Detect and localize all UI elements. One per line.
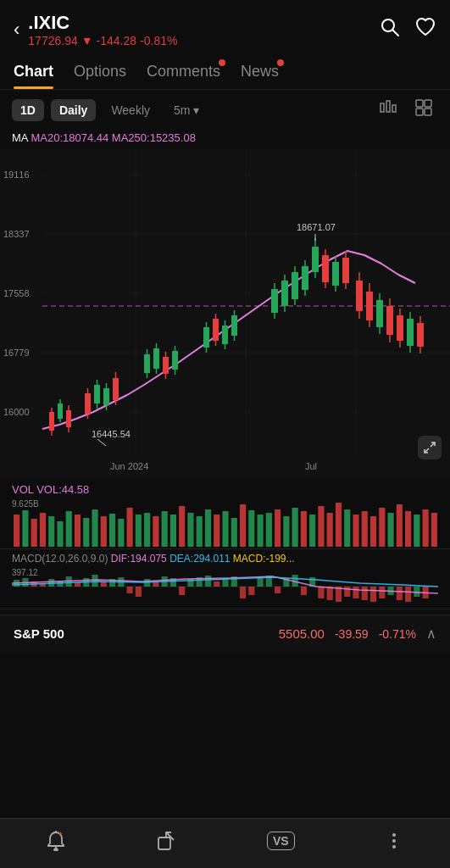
svg-rect-141 [187, 513, 193, 547]
svg-rect-45 [163, 357, 169, 374]
svg-rect-8 [425, 108, 431, 115]
svg-rect-199 [257, 577, 263, 587]
svg-rect-4 [392, 105, 396, 112]
svg-rect-137 [153, 516, 158, 547]
tab-news[interactable]: News [241, 56, 279, 89]
macd-val: MACD:-199... [233, 553, 295, 565]
header-left: ‹ .IXIC 17726.94 ▼ -144.28 -0.81% [14, 12, 177, 47]
ma-label: MA [12, 131, 28, 144]
svg-rect-33 [103, 388, 109, 405]
ma-line: MA MA20:18074.44 MA250:15235.08 [0, 130, 450, 149]
svg-rect-48 [172, 351, 178, 370]
svg-text:16779: 16779 [3, 348, 30, 358]
svg-rect-164 [387, 513, 393, 547]
tab-comments[interactable]: Comments [147, 56, 220, 89]
svg-rect-126 [57, 521, 63, 547]
svg-text:18671.07: 18671.07 [297, 222, 336, 232]
comments-dot [219, 59, 225, 66]
macd-chart: 397.12 [12, 566, 438, 609]
svg-rect-39 [144, 354, 150, 373]
chart-type-icon-2[interactable] [409, 98, 438, 121]
ticker-change: -144.28 [97, 34, 136, 47]
ticker-pct: -0.81% [140, 34, 177, 47]
svg-rect-99 [397, 315, 403, 341]
time-btn-5m[interactable]: 5m ▾ [165, 99, 208, 121]
svg-rect-69 [292, 272, 298, 299]
svg-rect-60 [231, 315, 237, 336]
sp500-bar[interactable]: S&P 500 5505.00 -39.59 -0.71% ∧ [0, 615, 450, 652]
svg-rect-206 [318, 587, 324, 598]
svg-rect-169 [431, 513, 437, 547]
svg-rect-127 [66, 511, 72, 547]
svg-rect-162 [370, 516, 376, 547]
svg-rect-159 [344, 509, 350, 547]
svg-rect-193 [205, 576, 211, 587]
svg-rect-81 [332, 262, 339, 286]
time-controls: 1D Daily Weekly 5m ▾ [0, 90, 450, 130]
nav-share[interactable] [155, 829, 179, 853]
svg-rect-121 [14, 515, 19, 547]
svg-rect-6 [425, 100, 431, 107]
svg-rect-223 [158, 837, 170, 849]
chart-type-icon-1[interactable] [374, 98, 403, 121]
svg-rect-146 [231, 518, 237, 547]
ticker-symbol: .IXIC [28, 12, 177, 34]
nav-alerts[interactable]: + [44, 829, 68, 853]
svg-rect-153 [292, 508, 298, 547]
time-btn-1d[interactable]: 1D [12, 99, 44, 121]
svg-rect-149 [257, 515, 263, 547]
vol-svg [12, 498, 438, 547]
ticker-info: .IXIC 17726.94 ▼ -144.28 -0.81% [28, 12, 177, 47]
vol-y-label: 9.625B [12, 499, 39, 509]
svg-point-225 [392, 833, 396, 837]
sp500-change: -39.59 [335, 627, 369, 641]
svg-rect-138 [162, 511, 168, 547]
nav-vs[interactable]: VS [267, 832, 295, 850]
svg-rect-166 [405, 511, 411, 547]
tab-options[interactable]: Options [74, 56, 126, 89]
nav-more[interactable] [382, 829, 406, 853]
svg-rect-51 [203, 327, 209, 348]
svg-rect-216 [405, 587, 411, 602]
volume-section: VOL VOL:44.58 9.625B [0, 480, 450, 548]
svg-rect-140 [179, 506, 185, 547]
ticker-price: 17726.94 [28, 34, 77, 47]
svg-rect-84 [342, 258, 349, 283]
svg-rect-2 [381, 103, 384, 112]
svg-rect-96 [386, 306, 393, 335]
svg-rect-42 [153, 348, 159, 369]
search-icon[interactable] [379, 16, 401, 43]
expand-button[interactable] [418, 436, 442, 459]
svg-line-1 [393, 31, 399, 36]
tab-chart[interactable]: Chart [14, 56, 53, 89]
svg-rect-105 [417, 323, 424, 347]
svg-rect-134 [127, 508, 133, 547]
svg-rect-184 [127, 587, 133, 593]
svg-text:Jun 2024: Jun 2024 [110, 461, 148, 471]
svg-rect-157 [327, 513, 333, 547]
ticker-price-row: 17726.94 ▼ -144.28 -0.81% [28, 34, 177, 47]
svg-rect-124 [40, 513, 46, 547]
svg-rect-21 [58, 403, 63, 419]
vol-chart: 9.625B [12, 498, 438, 548]
svg-rect-36 [113, 378, 119, 400]
svg-rect-221 [53, 849, 58, 851]
watchlist-icon[interactable] [414, 16, 436, 43]
svg-rect-194 [214, 581, 219, 587]
svg-rect-18 [49, 412, 54, 431]
svg-rect-93 [376, 300, 383, 327]
macd-section: MACD(12.0,26.0,9.0) DIF:194.075 DEA:294.… [0, 549, 450, 609]
macd-dea: DEA:294.011 [169, 553, 230, 565]
svg-rect-142 [197, 516, 203, 547]
svg-rect-131 [101, 516, 107, 547]
back-button[interactable]: ‹ [14, 20, 19, 39]
svg-rect-54 [213, 319, 219, 341]
svg-rect-213 [379, 587, 385, 598]
time-btn-daily[interactable]: Daily [51, 99, 96, 121]
svg-rect-168 [423, 509, 429, 547]
svg-rect-128 [75, 515, 81, 547]
svg-rect-57 [222, 326, 228, 344]
time-btn-weekly[interactable]: Weekly [103, 99, 158, 121]
svg-rect-160 [353, 515, 358, 547]
svg-text:19116: 19116 [3, 170, 30, 180]
